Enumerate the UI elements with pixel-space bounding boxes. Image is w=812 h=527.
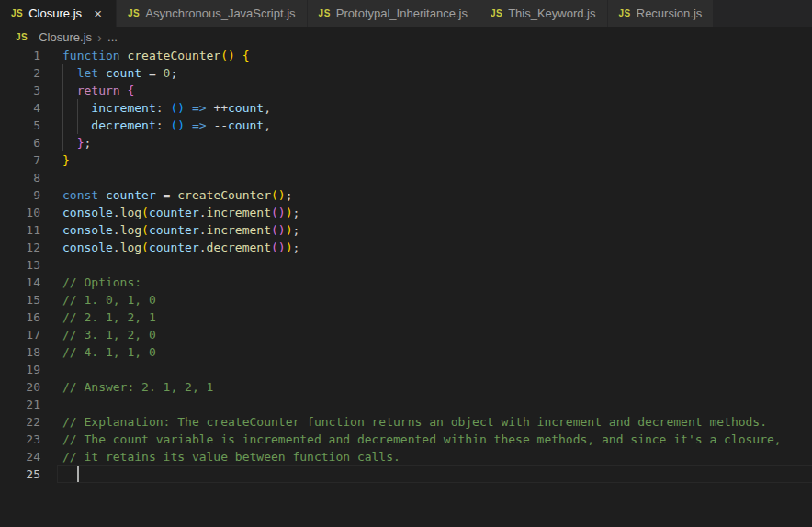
code-line-content[interactable]: // 3. 1, 2, 0 [62, 326, 812, 343]
code-token: // 3. 1, 2, 0 [62, 328, 156, 342]
code-token: . [113, 223, 120, 237]
line-number[interactable]: 20 [0, 378, 40, 396]
code-line-content[interactable]: increment: () => ++count, [62, 99, 812, 117]
code-line[interactable]: 20// Answer: 2. 1, 2, 1 [0, 378, 812, 396]
code-line-content[interactable]: // 4. 1, 1, 0 [62, 343, 812, 361]
code-line-content[interactable]: let count = 0; [62, 64, 812, 82]
code-line[interactable]: 11console.log(counter.increment()); [0, 221, 812, 239]
code-line[interactable]: 13 [0, 256, 812, 274]
code-line[interactable]: 4 increment: () => ++count, [0, 99, 812, 117]
code-line[interactable]: 1function createCounter() { [0, 47, 812, 64]
code-line-content[interactable]: function createCounter() { [62, 47, 812, 64]
line-number[interactable]: 22 [0, 413, 40, 431]
line-number[interactable]: 3 [0, 82, 40, 99]
tab-recursion-js[interactable]: JSRecursion.js [608, 0, 715, 27]
code-line-content[interactable] [62, 169, 812, 186]
code-line-content[interactable]: // Options: [62, 274, 812, 291]
code-line-content[interactable]: // it retains its value between function… [62, 448, 812, 465]
code-token: log [120, 241, 141, 254]
line-number[interactable]: 11 [0, 221, 40, 239]
code-line-content[interactable]: // The count variable is incremented and… [62, 431, 812, 448]
code-line[interactable]: 18// 4. 1, 1, 0 [0, 343, 812, 361]
code-line-content[interactable]: // Answer: 2. 1, 2, 1 [62, 378, 812, 396]
code-line[interactable]: 8 [0, 169, 812, 186]
line-number[interactable]: 7 [0, 151, 40, 169]
code-line-content[interactable]: const counter = createCounter(); [62, 186, 812, 204]
code-line[interactable]: 5 decrement: () => --count, [0, 117, 812, 134]
code-token: count [228, 118, 264, 132]
code-line-content[interactable]: // Explanation: The createCounter functi… [62, 413, 812, 431]
code-line-content[interactable]: }; [62, 134, 812, 151]
tab-prototypal-inheritance-js[interactable]: JSPrototypal_Inheritance.js [308, 0, 479, 27]
code-line[interactable]: 22// Explanation: The createCounter func… [0, 413, 812, 431]
line-number[interactable]: 23 [0, 431, 40, 448]
code-line[interactable]: 16// 2. 1, 2, 1 [0, 308, 812, 326]
line-number[interactable]: 6 [0, 134, 40, 151]
code-line-content[interactable]: // 2. 1, 2, 1 [62, 308, 812, 326]
line-number[interactable]: 21 [0, 396, 40, 413]
line-number[interactable]: 9 [0, 186, 40, 204]
code-line-content[interactable]: console.log(counter.increment()); [62, 204, 812, 221]
code-line-content[interactable] [62, 361, 812, 378]
code-token: // 1. 0, 1, 0 [62, 293, 156, 307]
code-line-content[interactable]: // 1. 0, 1, 0 [62, 291, 812, 308]
code-line[interactable]: 15// 1. 0, 1, 0 [0, 291, 812, 308]
code-line[interactable]: 14// Options: [0, 274, 812, 291]
code-line-content[interactable] [62, 465, 812, 483]
line-number[interactable]: 13 [0, 256, 40, 274]
code-line-content[interactable] [62, 396, 812, 413]
tab-closure-js[interactable]: JSClosure.js× [0, 0, 117, 27]
code-token: increment [207, 223, 271, 237]
code-line[interactable]: 3 return { [0, 82, 812, 99]
code-token: () [220, 49, 235, 62]
line-number[interactable]: 10 [0, 204, 40, 221]
line-number[interactable]: 8 [0, 169, 40, 186]
tab-asynchronous-javascript-js[interactable]: JSAsynchronous_JavaScript.js [117, 0, 308, 27]
line-number[interactable]: 5 [0, 117, 40, 134]
code-line[interactable]: 17// 3. 1, 2, 0 [0, 326, 812, 343]
code-line[interactable]: 10console.log(counter.increment()); [0, 204, 812, 221]
line-number[interactable]: 17 [0, 326, 40, 343]
indent-guide [62, 64, 63, 82]
line-number[interactable]: 4 [0, 99, 40, 117]
code-token: , [264, 101, 271, 115]
line-number[interactable]: 12 [0, 239, 40, 256]
tab-this-keyword-js[interactable]: JSThis_Keyword.js [479, 0, 608, 27]
code-line[interactable]: 19 [0, 361, 812, 378]
tab-label: Closure.js [28, 6, 82, 20]
line-number[interactable]: 24 [0, 448, 40, 465]
line-number[interactable]: 25 [0, 465, 40, 483]
breadcrumb-item-symbol[interactable]: ... [107, 30, 118, 44]
code-line[interactable]: 12console.log(counter.decrement()); [0, 239, 812, 256]
code-token: ( [141, 223, 149, 237]
line-number[interactable]: 1 [0, 47, 40, 64]
line-number[interactable]: 18 [0, 343, 40, 361]
code-token: ( [141, 241, 149, 254]
breadcrumb-item-file[interactable]: Closure.js [39, 30, 92, 44]
code-token: console [62, 206, 113, 219]
code-line-content[interactable]: console.log(counter.decrement()); [62, 239, 812, 256]
code-line-content[interactable]: } [62, 151, 812, 169]
code-line[interactable]: 6 }; [0, 134, 812, 151]
line-number[interactable]: 16 [0, 308, 40, 326]
line-number[interactable]: 2 [0, 64, 40, 82]
code-token: ) [286, 241, 293, 254]
code-line-content[interactable] [62, 256, 812, 274]
code-line[interactable]: 24// it retains its value between functi… [0, 448, 812, 465]
line-number[interactable]: 15 [0, 291, 40, 308]
code-line[interactable]: 25 [0, 465, 812, 483]
code-line-content[interactable]: console.log(counter.increment()); [62, 221, 812, 239]
code-line-content[interactable]: return { [62, 82, 812, 99]
tab-close-icon[interactable]: × [91, 6, 105, 20]
line-number[interactable]: 19 [0, 361, 40, 378]
line-number[interactable]: 14 [0, 274, 40, 291]
code-line[interactable]: 23// The count variable is incremented a… [0, 431, 812, 448]
code-token [185, 118, 192, 132]
code-line-content[interactable]: decrement: () => --count, [62, 117, 812, 134]
code-line[interactable]: 2 let count = 0; [0, 64, 812, 82]
code-line[interactable]: 21 [0, 396, 812, 413]
code-token: // The count variable is incremented and… [62, 432, 782, 446]
code-line[interactable]: 7} [0, 151, 812, 169]
code-editor[interactable]: 1function createCounter() {2 let count =… [0, 47, 812, 483]
code-line[interactable]: 9const counter = createCounter(); [0, 186, 812, 204]
